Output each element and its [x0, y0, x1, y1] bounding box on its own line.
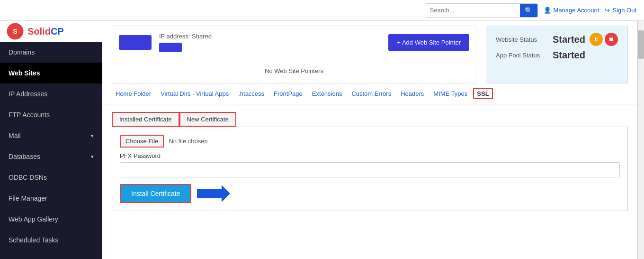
sidebar-item-domains[interactable]: Domains: [0, 42, 102, 63]
tab-frontpage[interactable]: FrontPage: [270, 88, 306, 99]
sign-out-link[interactable]: ↪ Sign Out: [605, 7, 636, 14]
chevron-down-icon: ▾: [91, 133, 94, 139]
sign-out-label: Sign Out: [612, 7, 636, 14]
new-certificate-tab[interactable]: New Certificate: [179, 112, 236, 127]
signout-icon: ↪: [605, 7, 610, 14]
site-name-box: [119, 35, 152, 50]
sidebar-item-ip-addresses[interactable]: IP Addresses: [0, 83, 102, 104]
website-status-row: Website Status Started ⏸ ⏹: [496, 33, 618, 46]
manage-account-link[interactable]: 👤 Manage Account: [544, 7, 599, 14]
choose-file-button[interactable]: Choose File: [120, 135, 164, 148]
no-file-text: No file chosen: [169, 138, 207, 145]
tab-virtual-dirs[interactable]: Virtual Dirs - Virtual Apps: [157, 88, 233, 99]
sidebar-item-web-app-gallery[interactable]: Web App Gallery: [0, 209, 102, 230]
logo-icon: S: [7, 23, 24, 40]
tab-extensions[interactable]: Extensions: [308, 88, 346, 99]
sidebar-item-databases-label: Databases: [9, 153, 40, 160]
ip-address-text: IP address: Shared: [159, 33, 212, 40]
sidebar-item-odbc-label: ODBC DSNs: [9, 174, 47, 181]
site-info-block: IP address: Shared + Add Web Site Pointe…: [112, 26, 476, 83]
installed-certificate-tab[interactable]: Installed Certificate: [112, 112, 179, 127]
arrow-decoration: [197, 185, 230, 202]
app-pool-value: Started: [553, 50, 618, 61]
logo-text: SolidCP: [27, 26, 64, 37]
pfx-password-input[interactable]: [120, 162, 620, 177]
tab-headers[interactable]: Headers: [397, 88, 428, 99]
sidebar-item-websites-label: Web Sites: [9, 69, 40, 77]
logo-area: S SolidCP: [0, 21, 102, 42]
sidebar-item-ftp-label: FTP Accounts: [9, 111, 50, 119]
ssl-panel: Installed Certificate New Certificate Ch…: [102, 104, 637, 219]
sidebar-item-mail[interactable]: Mail ▾: [0, 125, 102, 146]
website-status-label: Website Status: [496, 36, 553, 43]
manage-account-label: Manage Account: [554, 7, 599, 14]
svg-text:S: S: [13, 28, 17, 35]
stop-button[interactable]: ⏹: [605, 33, 618, 46]
sidebar-item-file-manager-label: File Manager: [9, 194, 47, 202]
sidebar-item-scheduled-tasks-label: Scheduled Tasks: [9, 236, 59, 244]
sidebar-item-mail-label: Mail: [9, 132, 21, 139]
user-icon: 👤: [544, 7, 551, 14]
install-row: Install Certificate: [120, 184, 620, 203]
search-input[interactable]: [425, 4, 520, 16]
file-chooser-row: Choose File No file chosen: [120, 135, 620, 148]
scrollbar[interactable]: [637, 21, 644, 259]
svg-marker-2: [197, 185, 230, 202]
sidebar-item-file-manager[interactable]: File Manager: [0, 188, 102, 209]
tab-mime-types[interactable]: MIME Types: [429, 88, 471, 99]
chevron-down-icon: ▾: [91, 154, 94, 160]
tab-custom-errors[interactable]: Custom Errors: [348, 88, 395, 99]
sidebar-item-websites[interactable]: Web Sites: [0, 63, 102, 83]
tab-htaccess[interactable]: .htaccess: [234, 88, 268, 99]
search-box: 🔍: [425, 3, 538, 18]
add-web-site-pointer-button[interactable]: + Add Web Site Pointer: [388, 34, 469, 51]
certificate-panel: Choose File No file chosen PFX Password …: [112, 127, 628, 211]
main-content: IP address: Shared + Add Web Site Pointe…: [102, 21, 637, 259]
pfx-password-label: PFX Password: [120, 152, 620, 159]
sidebar-item-databases[interactable]: Databases ▾: [0, 146, 102, 167]
tab-ssl[interactable]: SSL: [473, 88, 492, 99]
pause-button[interactable]: ⏸: [590, 33, 603, 46]
app-pool-status-row: App Pool Status Started: [496, 50, 618, 61]
tabs-navigation: Home Folder Virtual Dirs - Virtual Apps …: [102, 83, 637, 104]
app-pool-label: App Pool Status: [496, 52, 553, 59]
website-status-value: Started: [553, 34, 587, 45]
sidebar-item-odbc[interactable]: ODBC DSNs: [0, 167, 102, 188]
sidebar-item-scheduled-tasks[interactable]: Scheduled Tasks: [0, 230, 102, 250]
status-panel: Website Status Started ⏸ ⏹ App Pool Stat…: [486, 26, 628, 83]
sidebar-item-ftp[interactable]: FTP Accounts: [0, 104, 102, 125]
install-certificate-button[interactable]: Install Certificate: [120, 184, 191, 203]
cert-tabs: Installed Certificate New Certificate: [112, 112, 628, 127]
sidebar-item-domains-label: Domains: [9, 48, 35, 56]
scrollbar-thumb[interactable]: [638, 30, 644, 59]
sidebar: S SolidCP Domains Web Sites IP Addresses…: [0, 21, 102, 259]
ip-bar: [159, 43, 182, 52]
no-pointers-text: No Web Site Pointers: [112, 59, 476, 83]
sidebar-item-web-app-gallery-label: Web App Gallery: [9, 215, 58, 223]
search-button[interactable]: 🔍: [520, 4, 537, 17]
sidebar-item-ip-label: IP Addresses: [9, 90, 47, 98]
tab-home-folder[interactable]: Home Folder: [112, 88, 155, 99]
